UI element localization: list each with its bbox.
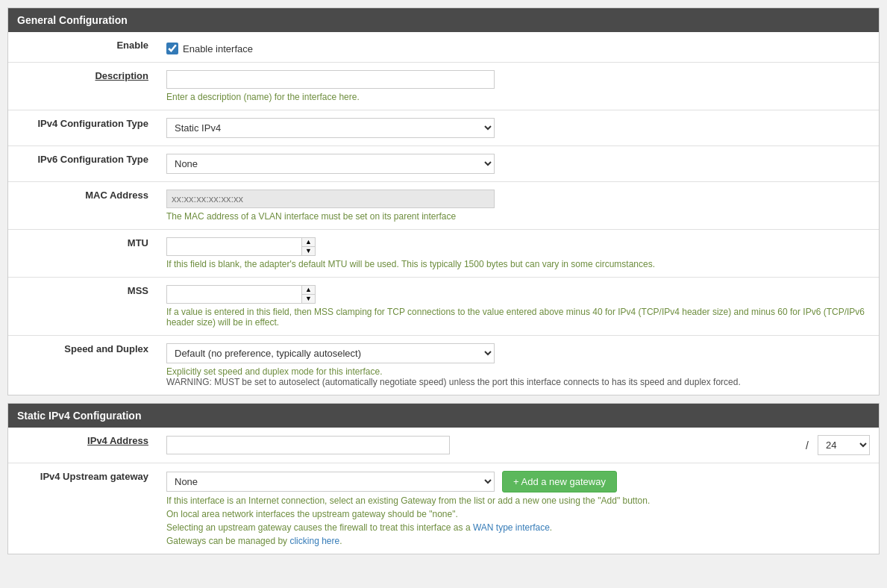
speed-duplex-select[interactable]: Default (no preference, typically autose… [166, 343, 495, 363]
mtu-row: MTU ▲ ▼ If this field is blank, the adap… [8, 230, 879, 278]
ipv4-upstream-gateway-value-cell: None + Add a new gateway If this interfa… [157, 463, 879, 554]
static-ipv4-config-heading: Static IPv4 Configuration [8, 404, 879, 428]
gateway-help2: On local area network interfaces the ups… [166, 509, 870, 519]
clicking-here-link[interactable]: clicking here [289, 536, 339, 546]
cidr-select[interactable]: 1234 5678 9101112 13141516 17181920 2122… [818, 435, 870, 455]
mss-increment-button[interactable]: ▲ [302, 286, 315, 295]
gateway-help3-text: Selecting an upstream gateway causes the… [166, 522, 471, 533]
mac-address-row: MAC Address The MAC address of a VLAN in… [8, 182, 879, 230]
gateway-help4-text: Gateways can be managed by [166, 536, 287, 546]
wan-type-interface-link[interactable]: WAN type interface [473, 522, 550, 533]
static-ipv4-config-table: IPv4 Address 10.10.60.1 / 1234 5678 9101… [8, 428, 879, 554]
mtu-input[interactable] [167, 238, 301, 255]
mtu-spinner-wrapper: ▲ ▼ [166, 237, 316, 256]
ipv4-upstream-gateway-select[interactable]: None [166, 472, 495, 492]
general-config-table: Enable Enable interface Description VPN … [8, 32, 879, 395]
mac-address-value-cell: The MAC address of a VLAN interface must… [157, 182, 879, 230]
mtu-label: MTU [8, 230, 157, 278]
ipv4-address-input-row: 10.10.60.1 / 1234 5678 9101112 13141516 … [166, 435, 870, 455]
mss-spinner-wrapper: ▲ ▼ [166, 285, 316, 304]
speed-duplex-help2: WARNING: MUST be set to autoselect (auto… [166, 377, 870, 387]
ipv6-config-type-value-cell: None Static IPv6 DHCPv6 SLAAC 6rd Tunnel [157, 146, 879, 182]
gateway-help1: If this interface is an Internet connect… [166, 495, 870, 506]
ipv4-address-label: IPv4 Address [8, 428, 157, 463]
description-label: Description [8, 63, 157, 110]
enable-label: Enable [8, 32, 157, 63]
mtu-value-cell: ▲ ▼ If this field is blank, the adapter'… [157, 230, 879, 278]
ipv4-config-type-row: IPv4 Configuration Type None Static IPv4… [8, 110, 879, 146]
description-input[interactable]: VPN [166, 70, 495, 89]
ipv4-config-type-select[interactable]: None Static IPv4 DHCP PPP [166, 118, 495, 138]
mss-spinner-arrows: ▲ ▼ [301, 286, 315, 303]
mac-address-label: MAC Address [8, 182, 157, 230]
speed-duplex-row: Speed and Duplex Default (no preference,… [8, 336, 879, 395]
ipv4-config-type-value-cell: None Static IPv4 DHCP PPP [157, 110, 879, 146]
gateway-help3: Selecting an upstream gateway causes the… [166, 522, 870, 533]
mss-decrement-button[interactable]: ▼ [302, 295, 315, 303]
mtu-spinner-arrows: ▲ ▼ [301, 238, 315, 255]
mac-address-help: The MAC address of a VLAN interface must… [166, 211, 870, 222]
ipv4-config-type-label: IPv4 Configuration Type [8, 110, 157, 146]
enable-checkbox-label: Enable interface [183, 43, 253, 54]
ipv4-address-input[interactable]: 10.10.60.1 [166, 436, 450, 454]
enable-value-cell: Enable interface [157, 32, 879, 63]
static-ipv4-config-panel: Static IPv4 Configuration IPv4 Address 1… [7, 403, 880, 554]
mtu-help: If this field is blank, the adapter's de… [166, 259, 870, 269]
add-gateway-button[interactable]: + Add a new gateway [502, 471, 617, 492]
general-config-heading: General Configuration [8, 8, 879, 32]
mss-input[interactable] [167, 286, 301, 303]
enable-row: Enable Enable interface [8, 32, 879, 63]
ipv4-address-row: IPv4 Address 10.10.60.1 / 1234 5678 9101… [8, 428, 879, 463]
ipv6-config-type-row: IPv6 Configuration Type None Static IPv6… [8, 146, 879, 182]
mtu-increment-button[interactable]: ▲ [302, 238, 315, 247]
mtu-decrement-button[interactable]: ▼ [302, 247, 315, 255]
speed-duplex-value-cell: Default (no preference, typically autose… [157, 336, 879, 395]
mac-address-input[interactable] [166, 190, 495, 208]
description-value-cell: VPN Enter a description (name) for the i… [157, 63, 879, 110]
ipv6-config-type-select[interactable]: None Static IPv6 DHCPv6 SLAAC 6rd Tunnel [166, 154, 495, 174]
ipv4-address-value-cell: 10.10.60.1 / 1234 5678 9101112 13141516 … [157, 428, 879, 463]
description-help: Enter a description (name) for the inter… [166, 92, 870, 102]
enable-checkbox-row: Enable interface [166, 40, 870, 54]
mss-row: MSS ▲ ▼ If a value is entered in this fi… [8, 278, 879, 336]
description-row: Description VPN Enter a description (nam… [8, 63, 879, 110]
cidr-slash: / [803, 440, 812, 451]
mss-value-cell: ▲ ▼ If a value is entered in this field,… [157, 278, 879, 336]
ipv4-upstream-gateway-label: IPv4 Upstream gateway [8, 463, 157, 554]
gateway-row: None + Add a new gateway [166, 471, 870, 492]
ipv4-upstream-gateway-row: IPv4 Upstream gateway None + Add a new g… [8, 463, 879, 554]
gateway-help4: Gateways can be managed by clicking here… [166, 536, 870, 546]
speed-duplex-label: Speed and Duplex [8, 336, 157, 395]
ipv6-config-type-label: IPv6 Configuration Type [8, 146, 157, 182]
mss-label: MSS [8, 278, 157, 336]
mss-help: If a value is entered in this field, the… [166, 307, 870, 328]
general-config-panel: General Configuration Enable Enable inte… [7, 7, 880, 395]
enable-checkbox[interactable] [166, 43, 178, 54]
speed-duplex-help1: Explicitly set speed and duplex mode for… [166, 366, 870, 377]
